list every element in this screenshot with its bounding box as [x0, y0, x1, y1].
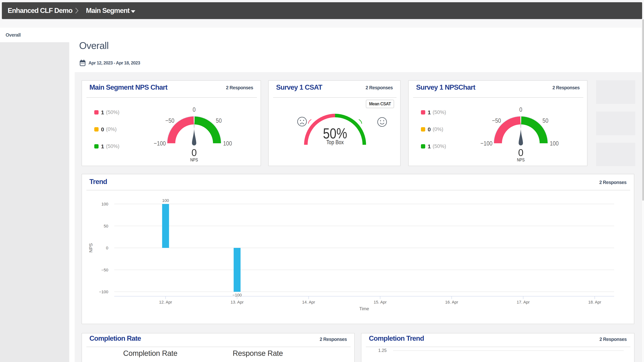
svg-text:−100: −100 — [99, 289, 108, 294]
card-divider — [366, 347, 630, 347]
svg-text:50: 50 — [104, 224, 108, 228]
svg-text:14. Apr: 14. Apr — [302, 300, 315, 304]
gridline — [393, 350, 624, 351]
trend-bar[interactable] — [234, 248, 240, 292]
gauge-needle — [192, 122, 196, 146]
card-trend: Trend 2 Responses 100500−50−100NPS12. Ap… — [82, 174, 634, 324]
top-navigation-bar: Enhanced CLF Demo Main Segment — [2, 2, 642, 19]
gauge-needle — [519, 122, 523, 146]
card-completion-trend: Completion Trend 2 Responses 1.25 — [361, 333, 634, 362]
trend-bar[interactable] — [162, 204, 169, 248]
column-header-completion-rate: Completion Rate — [123, 349, 177, 358]
svg-text:50: 50 — [542, 117, 548, 124]
smiley-happy-icon — [378, 118, 386, 126]
caret-down-icon — [131, 10, 135, 13]
svg-text:13. Apr: 13. Apr — [230, 300, 244, 304]
responses-count: 2 Responses — [320, 336, 347, 342]
tab-overall[interactable]: Overall — [6, 28, 21, 42]
nps-gauge-chart[interactable]: −100−500501000NPS — [82, 81, 260, 166]
svg-text:NPS: NPS — [88, 243, 93, 252]
svg-text:−100: −100 — [480, 140, 492, 147]
svg-text:NPS: NPS — [517, 157, 524, 162]
svg-text:Time: Time — [359, 306, 369, 311]
svg-text:12. Apr: 12. Apr — [159, 300, 172, 304]
svg-text:50: 50 — [216, 117, 222, 124]
svg-text:0: 0 — [106, 246, 108, 250]
smiley-sad-icon — [298, 117, 306, 126]
skeleton-placeholder — [596, 143, 635, 166]
scrollbar-thumb[interactable] — [642, 19, 644, 201]
svg-text:−100: −100 — [232, 293, 242, 297]
csat-gauge-chart[interactable]: 50%Top Box — [268, 81, 400, 166]
breadcrumb-chevron-icon — [76, 8, 78, 14]
svg-text:18. Apr: 18. Apr — [588, 300, 601, 304]
svg-text:0: 0 — [519, 106, 522, 113]
page-title: Overall — [79, 41, 109, 51]
svg-text:0: 0 — [193, 106, 196, 113]
date-range[interactable]: Apr 12, 2023 - Apr 18, 2023 — [80, 59, 140, 67]
svg-text:16. Apr: 16. Apr — [445, 300, 458, 304]
nps-gauge-chart[interactable]: −100−500501000NPS — [408, 81, 587, 166]
trend-bar-chart[interactable]: 100500−50−100NPS12. Apr10013. Apr−10014.… — [82, 174, 634, 324]
card-survey1-npschart: Survey 1 NPSChart 2 Responses 1 (50%) 0 … — [408, 80, 588, 166]
svg-text:Top Box: Top Box — [326, 139, 344, 146]
y-axis-tick-label: 1.25 — [378, 348, 386, 353]
svg-text:0: 0 — [192, 147, 197, 158]
card-completion-rate: Completion Rate 2 Responses Completion R… — [82, 333, 355, 362]
card-divider — [86, 347, 350, 347]
svg-text:100: 100 — [550, 140, 559, 147]
segment-selector-dropdown[interactable]: Main Segment — [86, 7, 136, 15]
date-range-label: Apr 12, 2023 - Apr 18, 2023 — [88, 60, 140, 66]
dashboard-panel: Main Segment NPS Chart 2 Responses 1 (50… — [75, 72, 642, 362]
segment-selector-label: Main Segment — [86, 7, 130, 15]
breadcrumb-project[interactable]: Enhanced CLF Demo — [8, 7, 72, 15]
svg-text:−50: −50 — [101, 268, 108, 272]
calendar-icon — [80, 59, 86, 67]
sidebar — [0, 42, 69, 362]
card-title: Completion Trend — [369, 334, 424, 342]
card-main-segment-nps: Main Segment NPS Chart 2 Responses 1 (50… — [82, 80, 261, 166]
svg-text:100: 100 — [223, 140, 232, 147]
svg-text:NPS: NPS — [190, 157, 198, 162]
svg-text:100: 100 — [162, 198, 169, 203]
vertical-scrollbar[interactable] — [642, 19, 644, 362]
card-title: Completion Rate — [90, 334, 141, 342]
svg-text:17. Apr: 17. Apr — [517, 300, 530, 304]
responses-count: 2 Responses — [600, 336, 627, 342]
skeleton-placeholder — [596, 80, 635, 104]
column-header-response-rate: Response Rate — [232, 349, 283, 358]
svg-text:−50: −50 — [492, 117, 501, 124]
card-survey1-csat: Survey 1 CSAT 2 Responses Mean CSAT 50%T… — [268, 80, 400, 166]
svg-text:0: 0 — [518, 147, 524, 158]
svg-text:100: 100 — [101, 202, 108, 206]
svg-text:−100: −100 — [154, 140, 166, 147]
svg-text:−50: −50 — [166, 117, 174, 124]
svg-text:15. Apr: 15. Apr — [374, 300, 387, 304]
skeleton-placeholder — [596, 112, 635, 135]
